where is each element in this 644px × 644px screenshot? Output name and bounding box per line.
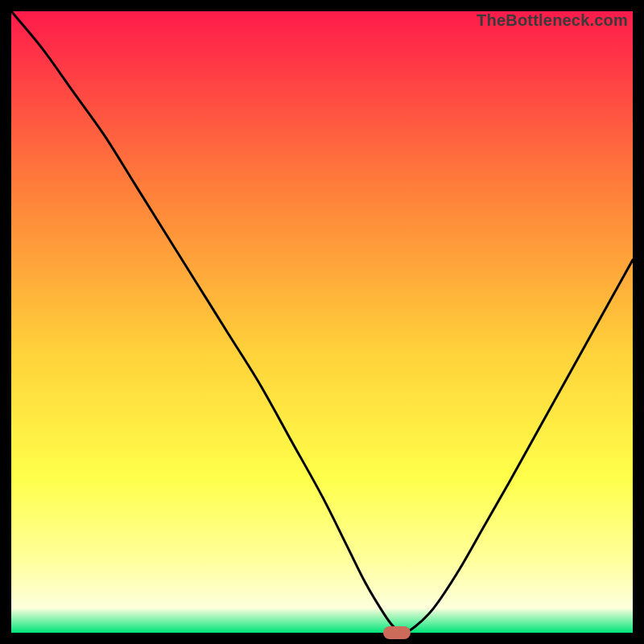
optimal-marker: [383, 626, 411, 640]
watermark-text: TheBottleneck.com: [477, 11, 628, 30]
chart-frame: TheBottleneck.com: [11, 11, 633, 633]
gradient-background: [11, 11, 633, 633]
bottleneck-chart: [11, 11, 633, 633]
